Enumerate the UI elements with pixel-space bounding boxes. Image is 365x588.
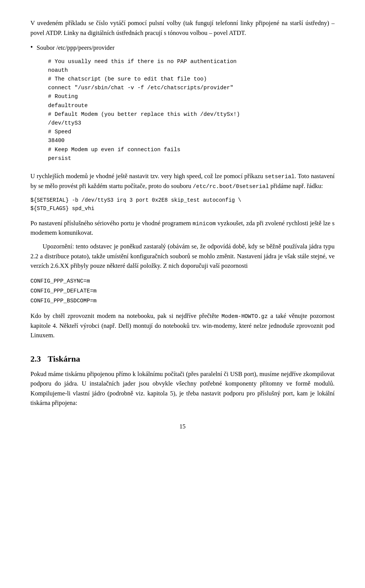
bullet-label: Soubor /etc/ppp/peers/provider: [36, 44, 114, 51]
config-line-3: CONFIG_PPP_BSDCOMP=m: [30, 296, 335, 306]
p2-text-start: U rychlejších modemů je vhodné ještě nas…: [30, 172, 265, 180]
paragraph-5: Kdo by chtěl zprovoznit modem na noteboo…: [30, 311, 335, 340]
config-line-2: CONFIG_PPP_DEFLATE=m: [30, 286, 335, 296]
p2-code-rc: /etc/rc.boot/0setserial: [193, 183, 269, 190]
section-number-2-3: 2.3: [30, 354, 41, 364]
p3-code-minicom: minicom: [193, 221, 216, 227]
command-block-setserial: ${SETSERIAL} -b /dev/ttyS3 irq 3 port 0x…: [30, 196, 335, 213]
bullet-icon: •: [30, 43, 33, 51]
p5-code-modem-howto: Modem-HOWTO.gz: [221, 313, 268, 319]
page: V uvedeném příkladu se číslo vytáčí pomo…: [0, 0, 365, 588]
config-line-1: CONFIG_PPP_ASYNC=m: [30, 276, 335, 286]
paragraph-1: V uvedeném příkladu se číslo vytáčí pomo…: [30, 18, 335, 38]
bullet-text-soubor: Soubor /etc/ppp/peers/provider: [36, 44, 114, 51]
code-block-ppp: # You usually need this if there is no P…: [48, 57, 335, 163]
section-heading-2-3: 2.3 Tiskárna: [30, 354, 335, 364]
page-number: 15: [30, 423, 335, 430]
paragraph-3: Po nastavení příslušného sériového portu…: [30, 218, 335, 238]
paragraph-4: Upozornění: tento odstavec je poněkud za…: [30, 242, 335, 271]
bullet-item: • Soubor /etc/ppp/peers/provider # You u…: [30, 43, 335, 168]
p2-text-end: přidáme např. řádku:: [269, 182, 323, 190]
p3-text-start: Po nastavení příslušného sériového portu…: [30, 220, 193, 227]
paragraph-6: Pokud máme tiskárnu připojenou přímo k l…: [30, 369, 335, 408]
bullet-section: • Soubor /etc/ppp/peers/provider # You u…: [30, 43, 335, 168]
p2-code-setserial: setserial: [265, 174, 294, 180]
paragraph-2: U rychlejších modemů je vhodné ještě nas…: [30, 171, 335, 191]
bullet-content: Soubor /etc/ppp/peers/provider # You usu…: [36, 43, 335, 168]
section-title-2-3: Tiskárna: [48, 354, 80, 364]
p5-text-start: Kdo by chtěl zprovoznit modem na noteboo…: [30, 312, 221, 319]
config-block-ppp: CONFIG_PPP_ASYNC=m CONFIG_PPP_DEFLATE=m …: [30, 276, 335, 306]
